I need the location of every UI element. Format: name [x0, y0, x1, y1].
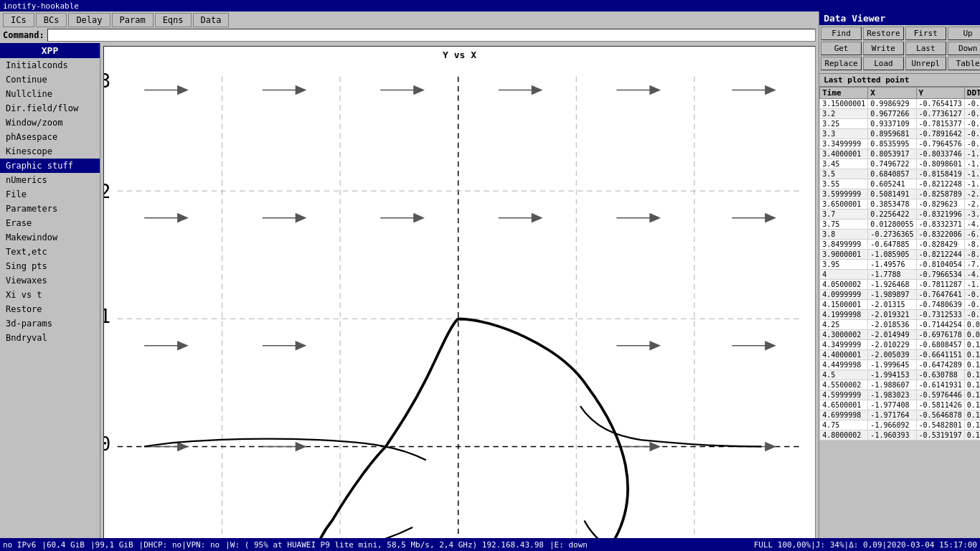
menu-item-numerics[interactable]: nUmerics — [0, 173, 100, 187]
data-viewer-title: Data Viewer — [819, 11, 980, 25]
svg-text:2: 2 — [104, 180, 110, 202]
menu-item-restore[interactable]: Restore — [0, 302, 100, 316]
table-row: 4.1999998-2.019321-0.7312533-0.03524173-… — [820, 310, 980, 320]
table-row: 3.59999990.5081491-0.8258789-2.168802-0.… — [820, 189, 980, 199]
data-table-body: 3.150000010.9986929-0.7654173-0.5925142-… — [820, 99, 980, 441]
command-row: Command: — [0, 27, 819, 43]
svg-text:0: 0 — [104, 433, 110, 455]
data-viewer-panel: Data Viewer Find Restore First Up PgUp L… — [819, 11, 980, 538]
top-status-text: inotify-hookable — [3, 1, 79, 11]
menu-item-parameters[interactable]: Parameters — [0, 202, 100, 216]
table-row: 3.150000010.9986929-0.7654173-0.5925142-… — [820, 99, 980, 109]
col-time: Time — [820, 88, 868, 99]
bottom-mem: |99,1 GiB — [90, 540, 133, 550]
menu-item-file[interactable]: File — [0, 187, 100, 202]
menu-item-makewindow[interactable]: Makewindow — [0, 230, 100, 245]
tab-data[interactable]: Data — [193, 13, 230, 27]
tabs-row: ICs BCs Delay Param Eqns Data — [0, 11, 819, 27]
up-button[interactable]: Up — [948, 27, 980, 40]
bottom-status-text: no IPv6 — [3, 540, 36, 550]
bottom-eth: |E: down — [550, 540, 588, 550]
table-row: 3.550.605241-0.8212248-1.739323-0.159186 — [820, 179, 980, 189]
col-ddtx: DDTX — [964, 88, 980, 99]
menu-item-nullcline[interactable]: Nullcline — [0, 87, 100, 101]
svg-rect-0 — [104, 63, 815, 538]
menu-item-dirfield[interactable]: Dir.field/flow — [0, 101, 100, 116]
table-row: 4.5500002-1.988607-0.61419310.111326-0.1… — [820, 380, 980, 390]
write-button[interactable]: Write — [863, 42, 904, 55]
menu-item-3dparams[interactable]: 3d-params — [0, 316, 100, 331]
table-row: 4.75-1.966092-0.54828010.1137007-0.11435… — [820, 420, 980, 430]
replace-button[interactable]: Replace — [821, 57, 862, 70]
tab-bcs[interactable]: BCs — [36, 13, 67, 27]
down-button[interactable]: Down — [948, 42, 980, 55]
table-button[interactable]: Table — [948, 57, 980, 70]
menu-item-bndryval[interactable]: Bndryval — [0, 331, 100, 345]
xpp-menu-header[interactable]: XPP — [0, 43, 100, 58]
menu-item-xivst[interactable]: Xi vs t — [0, 288, 100, 302]
table-row: 3.40000010.8053917-0.8033746-1.032742-0.… — [820, 149, 980, 159]
table-row: 3.750.01280055-0.8332371-4.922623-0.0021… — [820, 220, 980, 230]
table-row: 3.250.9337109-0.7815377-0.7150087-1.2140… — [820, 119, 980, 129]
table-row: 4.3499999-2.010229-0.68084570.1002985-0.… — [820, 340, 980, 350]
tab-param[interactable]: Param — [112, 13, 154, 27]
table-row: 3.34999990.8535995-0.7964576-0.9010687-0… — [820, 139, 980, 149]
last-button[interactable]: Last — [905, 42, 946, 55]
plot-title: Y vs X — [104, 47, 815, 63]
table-row: 4-1.7788-0.7966534-4.19602-0.1369913 — [820, 270, 980, 280]
bottom-sep: |60,4 GiB — [42, 540, 85, 550]
table-row: 3.20.9677266-0.7736127-0.6478581-2.53975… — [820, 109, 980, 119]
table-row: 4.0999999-1.989897-0.7647641-0.769222-0.… — [820, 290, 980, 300]
table-row: 4.0500002-1.926468-0.7811287-1.946266-0.… — [820, 280, 980, 290]
menu-item-kinescope[interactable]: Kinescope — [0, 144, 100, 159]
table-row: 3.450.7496722-0.8098601-1.203771-0.28526… — [820, 159, 980, 169]
table-row: 4.3000002-2.014949-0.69761780.08606888-0… — [820, 330, 980, 340]
top-status-bar: inotify-hookable — [0, 0, 980, 11]
restore-button[interactable]: Restore — [863, 27, 904, 40]
menu-item-graphic-stuff[interactable]: Graphic stuff — [0, 159, 100, 173]
table-row: 4.1500001-2.01315-0.7480639-0.2495987-0.… — [820, 300, 980, 310]
menu-item-continue[interactable]: Continue — [0, 72, 100, 87]
table-row: 4.8000002-1.960393-0.53191970.1142560-0.… — [820, 430, 980, 441]
data-table: Time X Y DDTX DDTX2 3.150000010.9986929-… — [819, 87, 980, 441]
xpp-menu: XPP Initialconds Continue Nullcline Dir.… — [0, 43, 100, 538]
table-row: 3.70.2256422-0.8321996-3.662321-0.039624… — [820, 209, 980, 220]
table-row: 4.5999999-1.983023-0.59764460.1119966-0.… — [820, 390, 980, 400]
bottom-dhcp: |DHCP: no|VPN: no — [139, 540, 220, 550]
menu-item-textetc[interactable]: Text,etc — [0, 245, 100, 259]
tab-eqns[interactable]: Eqns — [155, 13, 192, 27]
table-row: 4.4000001-2.005039-0.66411510.1063096-0.… — [820, 350, 980, 360]
menu-item-viewaxes[interactable]: Viewaxes — [0, 273, 100, 288]
find-button[interactable]: Find — [821, 27, 862, 40]
col-y: Y — [916, 88, 964, 99]
menu-item-windowzoom[interactable]: Window/zoom — [0, 116, 100, 130]
command-label: Command: — [3, 30, 44, 40]
svg-text:1: 1 — [104, 306, 110, 327]
first-button[interactable]: First — [905, 27, 946, 40]
table-row: 3.65000010.3853478-0.829623-2.780094-0.0… — [820, 199, 980, 209]
table-row: 3.9000001-1.085905-0.8212244-8.881801-1.… — [820, 250, 980, 260]
plot-canvas[interactable]: -3 -2 -1 0 1 2 3 3 2 1 0 -1 — [104, 63, 815, 538]
menu-item-initialconds[interactable]: Initialconds — [0, 58, 100, 72]
tab-ics[interactable]: ICs — [3, 13, 34, 27]
get-button[interactable]: Get — [821, 42, 862, 55]
data-table-container[interactable]: Time X Y DDTX DDTX2 3.150000010.9986929-… — [819, 86, 980, 538]
plot-svg: -3 -2 -1 0 1 2 3 3 2 1 0 -1 — [104, 63, 815, 538]
table-row: 4.4499998-1.999645-0.64742890.1090357-0.… — [820, 360, 980, 370]
table-row: 3.50.6840857-0.8158419-1.430805-0.214301… — [820, 169, 980, 179]
table-row: 3.8499999-0.647885-0.828429-8.3139780.18… — [820, 240, 980, 250]
last-plotted-label: Last plotted point — [819, 73, 980, 86]
unrepl-button[interactable]: Unrepl — [905, 57, 946, 70]
table-row: 3.95-1.49576-0.8104054-7.144074-0.201482… — [820, 260, 980, 270]
menu-item-phasespace[interactable]: phAsespace — [0, 130, 100, 144]
svg-text:3: 3 — [104, 70, 110, 92]
tab-delay[interactable]: Delay — [68, 13, 110, 27]
data-toolbar: Find Restore First Up PgUp Left Get Writ… — [819, 25, 980, 72]
table-row: 4.6999998-1.971764-0.56468780.113147-0.1… — [820, 410, 980, 420]
menu-item-erase[interactable]: Erase — [0, 216, 100, 230]
bottom-emacs: FULL 100,00%|J: 34%|Δ: 0,09|2020-03-04 1… — [754, 540, 977, 550]
command-input[interactable] — [47, 29, 816, 42]
table-row: 3.30.8959681-0.7891642-0.7976691-0.75708… — [820, 129, 980, 139]
menu-item-singpts[interactable]: Sing pts — [0, 259, 100, 273]
load-button[interactable]: Load — [863, 57, 904, 70]
